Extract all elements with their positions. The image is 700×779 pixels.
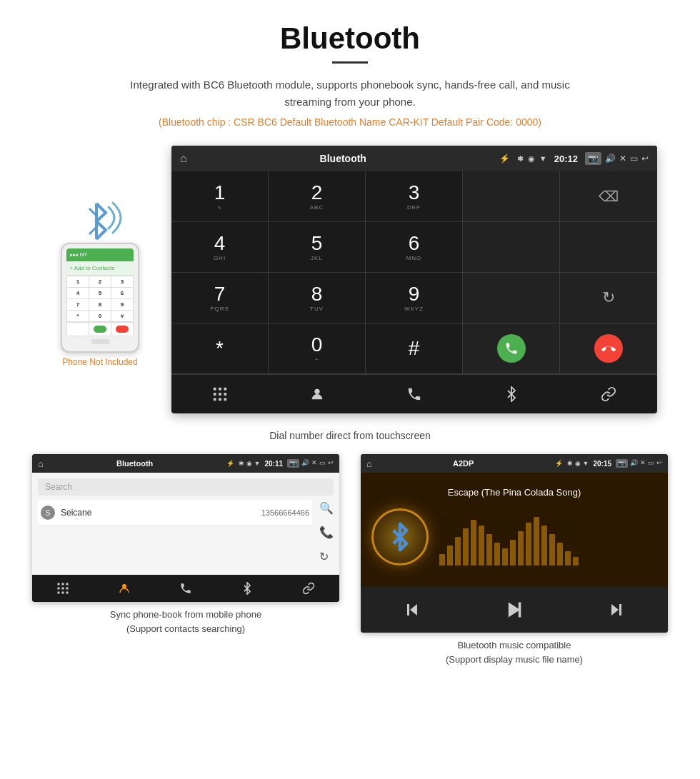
ms-vol-icon[interactable]: 🔊: [630, 459, 638, 468]
key-3[interactable]: 3 DEF: [366, 171, 463, 221]
ms-min-icon[interactable]: ▭: [648, 459, 654, 468]
call-side-icon[interactable]: 📞: [319, 526, 334, 539]
pb-nav-link[interactable]: [278, 579, 339, 598]
svg-rect-6: [214, 393, 216, 396]
key-call-red[interactable]: [560, 323, 657, 373]
ms-cam-icon[interactable]: 📷: [616, 459, 628, 468]
key-5[interactable]: 5 JKL: [269, 222, 366, 272]
close-icon[interactable]: ✕: [619, 154, 626, 164]
nav-bluetooth-btn[interactable]: [463, 381, 560, 408]
phone-illustration: ●●● MY + Add to Contacts 1 2 3 4 5 6 7 8…: [43, 193, 157, 367]
sync-side-icon[interactable]: ↻: [319, 550, 334, 563]
pb-cam-icon[interactable]: 📷: [287, 459, 299, 468]
svg-point-12: [314, 389, 319, 394]
key-sync[interactable]: ↻: [560, 273, 657, 323]
pb-nav-phone[interactable]: [155, 579, 216, 598]
phonebook-block: ⌂ Bluetooth ⚡ ✱ ◉ ▼ 20:11 📷 🔊 ✕ ▭ ↩: [29, 454, 343, 666]
phone-home-button: [91, 339, 109, 344]
music-caption: Bluetooth music compatible (Support disp…: [446, 638, 583, 666]
red-end-button[interactable]: [594, 334, 623, 363]
keypad-row-3: 7 PQRS 8 TUV 9 WXYZ ↻: [171, 273, 657, 323]
svg-rect-5: [224, 388, 227, 391]
svg-rect-13: [58, 583, 60, 585]
svg-rect-20: [62, 592, 64, 594]
music-visualizer: [439, 508, 657, 566]
nav-phone-btn[interactable]: [366, 381, 463, 408]
music-prev-btn[interactable]: [361, 594, 463, 625]
svg-rect-21: [66, 592, 69, 594]
nav-contacts-btn[interactable]: [269, 381, 366, 408]
phonebook-home-icon[interactable]: ⌂: [38, 458, 44, 469]
music-home-icon[interactable]: ⌂: [366, 458, 372, 469]
key-4[interactable]: 4 GHI: [171, 222, 269, 272]
keypad-row-4: * 0 + #: [171, 323, 657, 374]
phone-action-row: [66, 322, 134, 336]
nav-link-btn[interactable]: [560, 381, 657, 408]
music-time: 20:15: [593, 460, 611, 468]
svg-rect-15: [66, 583, 69, 585]
key-2[interactable]: 2 ABC: [269, 171, 366, 221]
music-next-btn[interactable]: [566, 594, 668, 625]
key-star[interactable]: *: [171, 323, 269, 373]
dial-screen-title: Bluetooth: [194, 153, 492, 164]
svg-rect-9: [214, 398, 216, 401]
delete-icon: ⌫: [599, 188, 619, 205]
search-input[interactable]: Search: [45, 482, 326, 492]
key-7[interactable]: 7 PQRS: [171, 273, 269, 323]
dial-screen: ⌂ Bluetooth ⚡ ✱ ◉ ▼ 20:12 📷 🔊 ✕ ▭ ↩ 1: [171, 146, 657, 413]
nav-keypad-btn[interactable]: [171, 381, 269, 408]
pb-vol-icon[interactable]: 🔊: [301, 459, 309, 468]
status-right-icons: 📷 🔊 ✕ ▭ ↩: [585, 152, 649, 165]
dial-status-bar: ⌂ Bluetooth ⚡ ✱ ◉ ▼ 20:12 📷 🔊 ✕ ▭ ↩: [171, 146, 657, 171]
key-6[interactable]: 6 MNO: [366, 222, 463, 272]
pb-back-icon[interactable]: ↩: [328, 459, 334, 468]
phone-keypad: 1 2 3 4 5 6 7 8 9 * 0 #: [66, 276, 134, 322]
contact-avatar: S: [41, 506, 55, 520]
music-right-icons: 📷 🔊 ✕ ▭ ↩: [616, 459, 662, 468]
svg-rect-19: [58, 592, 60, 594]
ms-back-icon[interactable]: ↩: [656, 459, 662, 468]
usb-icon: ⚡: [499, 154, 510, 164]
back-icon[interactable]: ↩: [641, 154, 649, 164]
pb-nav-bluetooth[interactable]: [216, 579, 278, 598]
minimize-icon[interactable]: ▭: [630, 154, 638, 164]
pb-min-icon[interactable]: ▭: [319, 459, 326, 468]
svg-rect-7: [219, 393, 221, 396]
pb-nav-contacts[interactable]: [94, 579, 155, 598]
pb-bt-icon: ✱: [239, 460, 244, 467]
phone-mockup: ●●● MY + Add to Contacts 1 2 3 4 5 6 7 8…: [61, 243, 139, 353]
key-delete[interactable]: ⌫: [560, 171, 657, 221]
key-empty-3: [560, 222, 657, 272]
key-empty-4: [463, 273, 560, 323]
contact-list-empty: [38, 526, 334, 569]
key-1[interactable]: 1 ∿: [171, 171, 269, 221]
search-icon[interactable]: 🔍: [319, 501, 334, 515]
key-9[interactable]: 9 WXYZ: [366, 273, 463, 323]
sync-icon: ↻: [602, 288, 615, 307]
home-icon[interactable]: ⌂: [180, 152, 187, 165]
key-8[interactable]: 8 TUV: [269, 273, 366, 323]
dial-caption: Dial number direct from touchscreen: [0, 430, 700, 441]
green-call-button[interactable]: [497, 334, 526, 363]
music-song-title: Escape (The Pina Colada Song): [371, 487, 657, 498]
status-time: 20:12: [554, 154, 578, 164]
main-screenshot-area: ●●● MY + Add to Contacts 1 2 3 4 5 6 7 8…: [0, 135, 700, 424]
svg-rect-4: [219, 388, 221, 391]
pb-close-icon[interactable]: ✕: [311, 459, 317, 468]
music-screen-title: A2DP: [376, 459, 551, 468]
svg-rect-24: [407, 604, 409, 615]
camera-icon[interactable]: 📷: [585, 152, 601, 165]
svg-marker-23: [410, 604, 417, 615]
page-header: Bluetooth Integrated with BC6 Bluetooth …: [0, 0, 700, 135]
key-call-green[interactable]: [463, 323, 560, 373]
svg-rect-14: [62, 583, 64, 585]
key-0[interactable]: 0 +: [269, 323, 366, 373]
music-play-pause-btn[interactable]: [463, 594, 565, 625]
page-description: Integrated with BC6 Bluetooth module, su…: [107, 76, 593, 111]
svg-rect-26: [519, 603, 521, 618]
phonebook-screen-title: Bluetooth: [48, 459, 222, 468]
pb-nav-keypad[interactable]: [32, 579, 94, 598]
key-hash[interactable]: #: [366, 323, 463, 373]
ms-close-icon[interactable]: ✕: [640, 459, 646, 468]
volume-icon[interactable]: 🔊: [605, 154, 616, 164]
